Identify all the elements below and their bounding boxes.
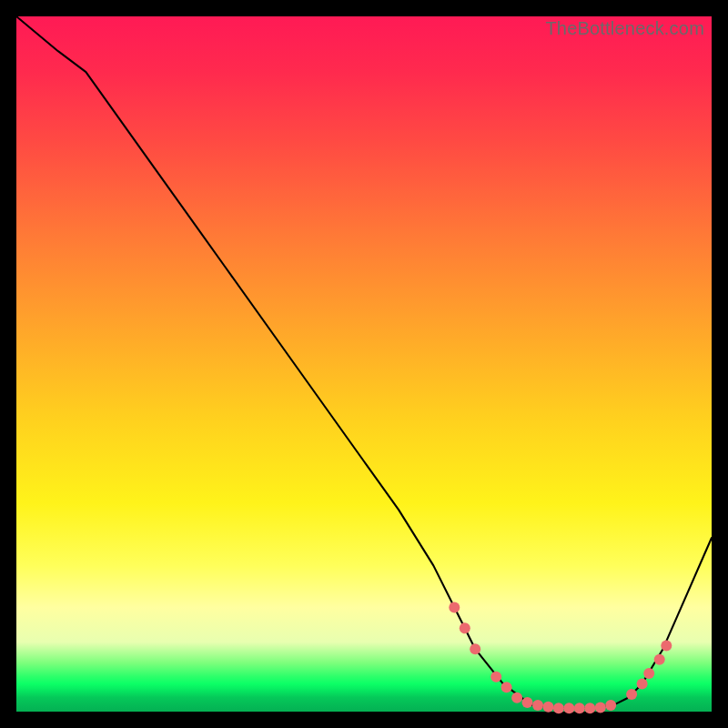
marker-dot: [661, 640, 672, 651]
marker-dot: [470, 643, 480, 654]
marker-dot: [574, 703, 585, 713]
watermark-label: TheBottleneck.com: [545, 18, 704, 39]
marker-dot: [449, 602, 460, 612]
marker-dot: [654, 654, 665, 665]
bottleneck-curve: [16, 16, 712, 708]
marker-dot: [595, 702, 606, 713]
plot-area: TheBottleneck.com: [16, 16, 712, 712]
marker-dot: [501, 682, 512, 693]
marker-dot: [490, 672, 501, 682]
marker-dot: [643, 668, 654, 679]
chart-frame: TheBottleneck.com: [0, 0, 728, 728]
marker-dot: [637, 678, 648, 689]
marker-dot: [584, 703, 595, 713]
chart-svg: [16, 16, 712, 712]
marker-dot: [543, 702, 554, 713]
marker-dot: [532, 700, 543, 711]
marker-dot: [522, 697, 533, 708]
marker-dot: [511, 693, 522, 703]
marker-dot: [563, 703, 574, 713]
marker-dot: [605, 700, 616, 711]
marker-dot: [553, 703, 564, 713]
marker-dot: [460, 622, 470, 633]
marker-dot: [626, 689, 637, 700]
